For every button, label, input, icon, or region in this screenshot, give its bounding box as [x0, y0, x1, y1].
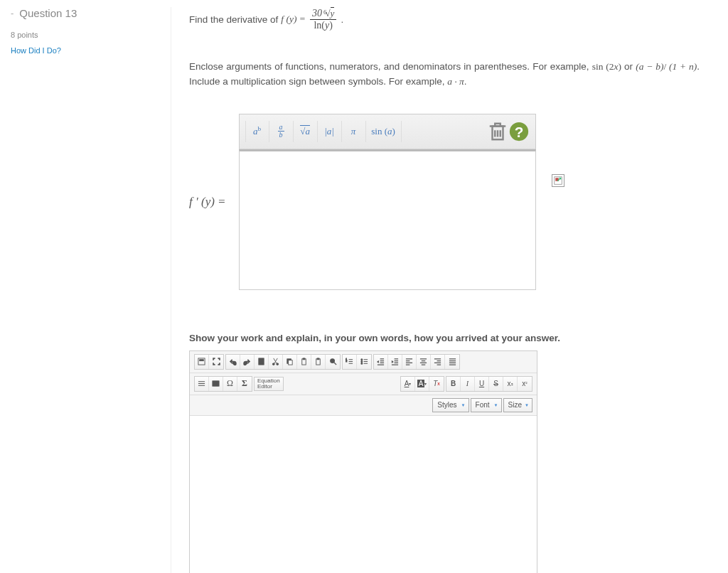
equation-popup-icon[interactable] [552, 174, 564, 187]
find-icon[interactable] [326, 355, 340, 369]
svg-text:2: 2 [346, 360, 347, 363]
paste-word-icon[interactable] [311, 355, 326, 369]
svg-rect-22 [213, 381, 219, 386]
numerator: 306√y [310, 7, 336, 20]
superscript-icon[interactable]: x² [518, 377, 532, 391]
svg-point-16 [330, 359, 334, 363]
font-select[interactable]: Font [471, 398, 502, 412]
period: . [341, 14, 343, 25]
indent-icon[interactable] [388, 355, 402, 369]
bold-icon[interactable]: B [446, 377, 461, 391]
sigma-icon[interactable]: Σ [237, 377, 252, 391]
instructions: Enclose arguments of functions, numerato… [189, 60, 700, 89]
exponent-button[interactable]: ab [245, 121, 269, 142]
equation-editor: ab ab √a |a| π sin (a) ? [239, 114, 536, 290]
redo-icon[interactable] [240, 355, 255, 369]
svg-rect-7 [259, 358, 264, 365]
align-left-icon[interactable] [402, 355, 417, 369]
styles-select[interactable]: Styles [432, 398, 469, 412]
source-icon[interactable] [195, 355, 209, 369]
question-label: Question 13 [19, 7, 77, 19]
help-icon[interactable]: ? [508, 121, 530, 142]
trash-icon[interactable] [487, 121, 508, 142]
align-justify-icon[interactable] [445, 355, 459, 369]
question-prompt: Find the derivative of f (y) = 306√y ln(… [189, 7, 700, 31]
text-color-icon[interactable]: A▾ [401, 377, 415, 391]
svg-point-19 [360, 359, 362, 360]
show-work-heading: Show your work and explain, in your own … [189, 333, 700, 343]
remove-format-icon[interactable]: Tx [429, 377, 444, 391]
svg-point-21 [360, 363, 362, 365]
table-icon[interactable] [209, 377, 223, 391]
svg-rect-13 [303, 358, 305, 360]
svg-rect-5 [198, 358, 205, 365]
sqrt-button[interactable]: √a [294, 121, 318, 142]
equation-editor-button[interactable]: Equation Editor [254, 377, 284, 391]
undo-icon[interactable] [226, 355, 240, 369]
trig-button[interactable]: sin (a) [366, 121, 402, 142]
numbered-list-icon[interactable]: 12 [343, 355, 357, 369]
italic-icon[interactable]: I [461, 377, 475, 391]
rte-content[interactable] [190, 416, 537, 573]
bullet-list-icon[interactable] [357, 355, 371, 369]
rte-toolbar-row-1: 12 [190, 351, 537, 373]
cut-icon[interactable] [269, 355, 283, 369]
strike-icon[interactable]: S [489, 377, 503, 391]
answer-lhs: f ′ (y) = [189, 195, 226, 209]
function-fraction: 306√y ln(y) [310, 7, 336, 31]
how-did-i-do-link[interactable]: How Did I Do? [11, 46, 156, 55]
select-all-icon[interactable] [255, 355, 269, 369]
underline-icon[interactable]: U [475, 377, 489, 391]
pi-button[interactable]: π [342, 121, 366, 142]
svg-rect-11 [289, 360, 293, 365]
omega-icon[interactable]: Ω [223, 377, 237, 391]
size-select[interactable]: Size [503, 398, 532, 412]
svg-point-8 [272, 363, 274, 365]
copy-icon[interactable] [283, 355, 297, 369]
subscript-icon[interactable]: x₂ [503, 377, 518, 391]
points-label: 8 points [11, 31, 156, 39]
collapse-dash[interactable]: - [11, 8, 14, 18]
svg-point-9 [277, 363, 279, 365]
prompt-lead: Find the derivative of [189, 14, 278, 25]
abs-button[interactable]: |a| [318, 121, 342, 142]
equation-toolbar: ab ab √a |a| π sin (a) ? [239, 114, 536, 149]
rich-text-editor: 12 Ω Σ [189, 350, 537, 573]
rte-toolbar-row-2: Ω Σ Equation Editor A▾ A▾ Tx B I U [190, 373, 537, 395]
question-title: - Question 13 [11, 7, 156, 19]
maximize-icon[interactable] [209, 355, 223, 369]
svg-rect-15 [317, 358, 319, 360]
align-center-icon[interactable] [417, 355, 431, 369]
rte-toolbar-row-3: Styles Font Size [190, 395, 537, 416]
hr-icon[interactable] [195, 377, 209, 391]
function-lhs: f (y) = [281, 14, 306, 25]
outdent-icon[interactable] [374, 355, 388, 369]
fraction-button[interactable]: ab [269, 121, 294, 142]
paste-icon[interactable] [297, 355, 311, 369]
denominator: ln(y) [311, 20, 334, 31]
equation-input[interactable] [239, 149, 536, 290]
svg-text:?: ? [514, 123, 523, 139]
svg-rect-6 [200, 360, 204, 361]
svg-point-20 [360, 361, 362, 363]
align-right-icon[interactable] [431, 355, 445, 369]
bg-color-icon[interactable]: A▾ [415, 377, 429, 391]
